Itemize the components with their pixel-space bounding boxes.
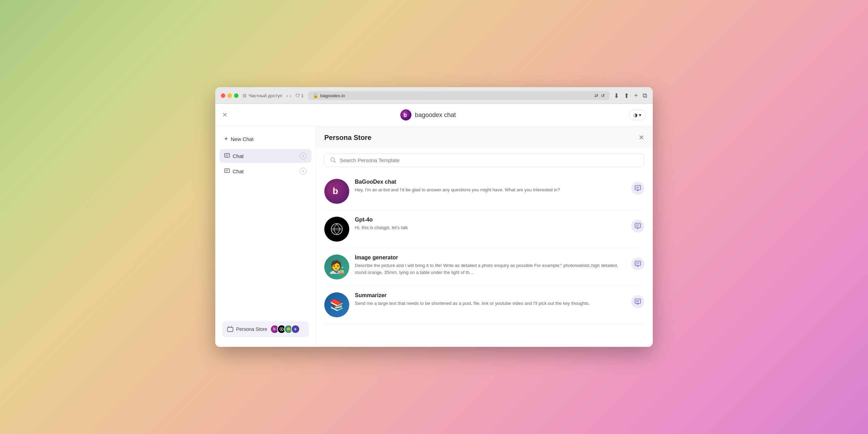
sidebar-close-button[interactable]: ✕ xyxy=(222,111,227,119)
header-brand: b bagoodex chat xyxy=(400,109,456,120)
panel-title: Persona Store xyxy=(324,134,372,142)
minimize-traffic-light[interactable] xyxy=(227,93,232,98)
traffic-lights xyxy=(221,93,239,98)
chat-start-icon-gpt xyxy=(635,223,641,229)
svg-text:b: b xyxy=(403,112,407,118)
url-text: bagoodex.io xyxy=(320,93,345,98)
persona-store-label: Persona Store xyxy=(236,326,267,332)
browser-actions: ⬇ ⬆ + ⧉ xyxy=(614,92,647,100)
chat-start-icon-imggen xyxy=(635,261,641,267)
persona-avatar-plus[interactable]: + xyxy=(291,325,300,334)
new-chat-label: New Chat xyxy=(231,136,254,142)
persona-list: b BaGooDex chat Hey, I'm an ai-bot and I… xyxy=(316,173,653,347)
persona-name-imggen: Image generator xyxy=(355,254,626,261)
plus-icon: + xyxy=(224,135,228,143)
share-icon[interactable]: ⬆ xyxy=(624,92,629,100)
fullscreen-traffic-light[interactable] xyxy=(234,93,239,98)
svg-line-10 xyxy=(334,161,336,162)
browser-chrome: ⊟ Частный доступ ‹ › 🛡 1 🔒 bagoodex.io ⇄… xyxy=(215,87,653,104)
svg-rect-12 xyxy=(635,185,641,190)
svg-rect-15 xyxy=(635,223,641,228)
brand-label: bagoodex chat xyxy=(415,111,456,119)
summarizer-avatar: 📚 xyxy=(324,292,349,317)
persona-desc-summarizer: Send me a large text that needs to be sh… xyxy=(355,300,626,307)
sidebar-toggle-icon[interactable]: ⊟ xyxy=(243,93,247,98)
persona-start-chat-gpt[interactable] xyxy=(631,219,644,233)
chat-item-label-2: Chat xyxy=(233,168,244,174)
svg-rect-8 xyxy=(227,327,233,332)
chat-close-button-1[interactable]: × xyxy=(300,152,307,159)
persona-store-icon xyxy=(227,326,233,332)
persona-desc-imggen: Describe the picture and I will bring it… xyxy=(355,262,626,276)
list-item: 🧑‍🎨 Image generator Describe the picture… xyxy=(324,248,644,286)
persona-start-chat-bagoodex[interactable] xyxy=(631,182,644,195)
theme-icon: ◑ xyxy=(633,112,637,118)
brand-logo-icon: b xyxy=(400,109,411,120)
svg-rect-2 xyxy=(225,153,229,157)
url-bar-right: ⇄ ↺ xyxy=(594,93,605,98)
list-item: 📚 Summarizer Send me a large text that n… xyxy=(324,286,644,324)
sidebar-bottom: Persona Store b xyxy=(219,317,311,341)
browser-nav: ⊟ Частный доступ xyxy=(243,93,282,98)
shield-count: 1 xyxy=(301,93,303,98)
shield-icon: 🛡 xyxy=(295,93,300,98)
persona-desc-bagoodex: Hey, I'm an ai-bot and I'd be glad to an… xyxy=(355,186,626,193)
chat-start-icon-summarizer xyxy=(635,299,641,305)
list-item: Gpt-4o Hi, this is chatgpt, let's talk xyxy=(324,210,644,248)
persona-info-imggen: Image generator Describe the picture and… xyxy=(355,254,626,276)
bagoodex-avatar: b xyxy=(324,179,349,204)
url-bar[interactable]: 🔒 bagoodex.io ⇄ ↺ xyxy=(308,91,610,100)
gpt-avatar xyxy=(324,217,349,242)
main-content: Persona Store ✕ xyxy=(316,126,653,347)
reload-icon[interactable]: ↺ xyxy=(601,93,605,98)
persona-info-summarizer: Summarizer Send me a large text that nee… xyxy=(355,292,626,307)
sidebar-item-chat-2[interactable]: Chat × xyxy=(219,164,311,178)
persona-start-chat-summarizer[interactable] xyxy=(631,295,644,308)
persona-info-gpt: Gpt-4o Hi, this is chatgpt, let's talk xyxy=(355,217,626,231)
sidebar: + New Chat Chat × xyxy=(215,126,316,347)
chat-close-button-2[interactable]: × xyxy=(300,168,307,175)
shield-badge: 🛡 1 xyxy=(295,93,303,98)
persona-avatars: b 😊 + xyxy=(270,325,300,334)
persona-info-bagoodex: BaGooDex chat Hey, I'm an ai-bot and I'd… xyxy=(355,179,626,193)
svg-point-9 xyxy=(331,158,335,161)
panel-header: Persona Store ✕ xyxy=(316,126,653,148)
new-chat-button[interactable]: + New Chat xyxy=(219,132,311,146)
private-label: Частный доступ xyxy=(249,93,282,98)
persona-name-gpt: Gpt-4o xyxy=(355,217,626,223)
persona-start-chat-imggen[interactable] xyxy=(631,257,644,270)
app-body: + New Chat Chat × xyxy=(215,126,653,347)
sidebar-item-chat-1[interactable]: Chat × xyxy=(219,149,311,163)
image-gen-avatar: 🧑‍🎨 xyxy=(324,254,349,279)
persona-name-bagoodex: BaGooDex chat xyxy=(355,179,626,185)
chat-bubble-icon-2 xyxy=(224,168,230,174)
lock-icon: 🔒 xyxy=(313,93,318,98)
theme-toggle-button[interactable]: ◑ ▾ xyxy=(629,110,646,120)
translate-icon[interactable]: ⇄ xyxy=(594,93,598,98)
persona-desc-gpt: Hi, this is chatgpt, let's talk xyxy=(355,224,626,231)
search-icon xyxy=(330,157,336,163)
panel-close-button[interactable]: ✕ xyxy=(639,133,644,142)
nav-arrows: ‹ › xyxy=(286,93,292,99)
close-traffic-light[interactable] xyxy=(221,93,225,98)
search-bar[interactable] xyxy=(324,153,644,167)
new-tab-icon[interactable]: + xyxy=(634,92,638,100)
tabs-icon[interactable]: ⧉ xyxy=(643,92,647,100)
chat-start-icon-bagoodex xyxy=(635,185,641,191)
list-item: b BaGooDex chat Hey, I'm an ai-bot and I… xyxy=(324,173,644,210)
chat-item-label-1: Chat xyxy=(233,153,244,159)
persona-name-summarizer: Summarizer xyxy=(355,292,626,299)
search-input[interactable] xyxy=(340,157,639,163)
browser-toolbar: ⊟ Частный доступ ‹ › 🛡 1 🔒 bagoodex.io ⇄… xyxy=(221,91,647,100)
download-icon[interactable]: ⬇ xyxy=(614,92,619,100)
svg-rect-18 xyxy=(635,261,641,266)
svg-rect-5 xyxy=(225,169,229,173)
chat-item-left-1: Chat xyxy=(224,153,244,159)
forward-button[interactable]: › xyxy=(290,93,291,99)
persona-store-button[interactable]: Persona Store b xyxy=(222,321,309,337)
app-header: ✕ b bagoodex chat ◑ ▾ xyxy=(215,104,653,126)
back-button[interactable]: ‹ xyxy=(286,93,288,99)
browser-window: ⊟ Частный доступ ‹ › 🛡 1 🔒 bagoodex.io ⇄… xyxy=(215,87,653,347)
persona-store-panel: Persona Store ✕ xyxy=(316,126,653,347)
chat-item-left-2: Chat xyxy=(224,168,244,174)
